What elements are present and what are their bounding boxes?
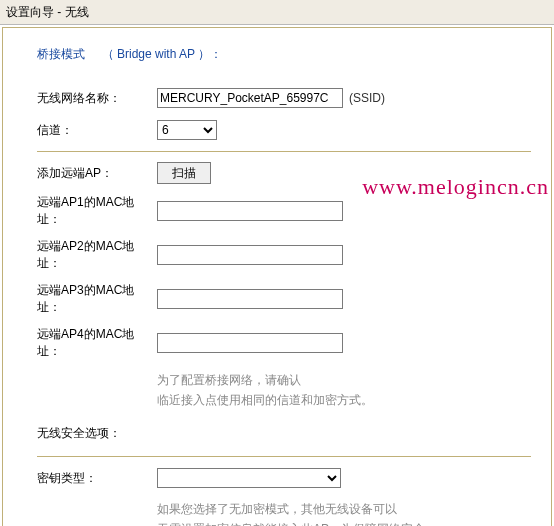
separator-2 [37,456,531,457]
form-content: 桥接模式 （ Bridge with AP ）： 无线网络名称： (SSID) … [3,28,551,526]
window-title: 设置向导 - 无线 [6,5,89,19]
bridge-mode-heading: 桥接模式 （ Bridge with AP ）： [37,46,531,63]
mac3-input[interactable] [157,289,343,309]
row-mac2: 远端AP2的MAC地址： [37,238,531,272]
ssid-input[interactable] [157,88,343,108]
row-keytype: 密钥类型： [37,467,531,489]
scan-button[interactable]: 扫描 [157,162,211,184]
security-label: 无线安全选项： [37,425,157,442]
main-panel: www.melogincn.cn 桥接模式 （ Bridge with AP ）… [2,27,552,526]
bridge-mode-en: （ Bridge with AP ）： [102,47,223,61]
separator-1 [37,151,531,152]
keytype-label: 密钥类型： [37,470,157,487]
bridge-hint-line2: 临近接入点使用相同的信道和加密方式。 [157,390,531,410]
mac3-label: 远端AP3的MAC地址： [37,282,157,316]
row-security: 无线安全选项： [37,422,531,444]
ssid-suffix: (SSID) [349,91,385,105]
keytype-select[interactable] [157,468,341,488]
row-ssid: 无线网络名称： (SSID) [37,87,531,109]
channel-select[interactable]: 6 [157,120,217,140]
channel-label: 信道： [37,122,157,139]
mac4-input[interactable] [157,333,343,353]
mac1-input[interactable] [157,201,343,221]
mac4-label: 远端AP4的MAC地址： [37,326,157,360]
bridge-hint: 为了配置桥接网络，请确认 临近接入点使用相同的信道和加密方式。 [157,370,531,410]
mac2-label: 远端AP2的MAC地址： [37,238,157,272]
keytype-hint-line2: 无需设置加密信息就能接入此AP。为保障网络安全， [157,519,531,526]
row-mac1: 远端AP1的MAC地址： [37,194,531,228]
bridge-hint-line1: 为了配置桥接网络，请确认 [157,370,531,390]
keytype-hint: 如果您选择了无加密模式，其他无线设备可以 无需设置加密信息就能接入此AP。为保障… [157,499,531,526]
bridge-mode-label: 桥接模式 [37,47,85,61]
ssid-label: 无线网络名称： [37,90,157,107]
keytype-hint-line1: 如果您选择了无加密模式，其他无线设备可以 [157,499,531,519]
row-mac4: 远端AP4的MAC地址： [37,326,531,360]
row-channel: 信道： 6 [37,119,531,141]
mac2-input[interactable] [157,245,343,265]
row-mac3: 远端AP3的MAC地址： [37,282,531,316]
row-add-ap: 添加远端AP： 扫描 [37,162,531,184]
mac1-label: 远端AP1的MAC地址： [37,194,157,228]
add-ap-label: 添加远端AP： [37,165,157,182]
window-titlebar: 设置向导 - 无线 [0,0,554,25]
